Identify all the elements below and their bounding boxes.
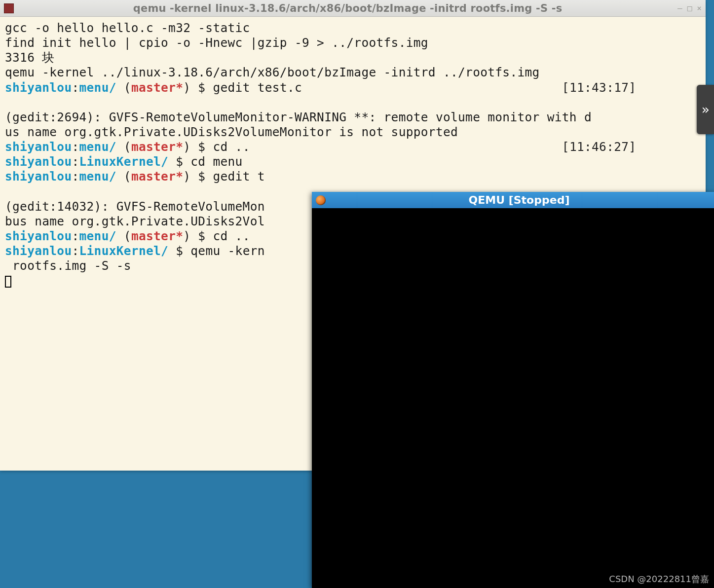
term-line: us name org.gtk.Private.UDisks2VolumeMon…	[5, 125, 458, 139]
prompt-user: shiyanlou	[5, 140, 72, 154]
watermark: CSDN @20222811曾嘉	[609, 573, 709, 585]
prompt-branch: master*	[131, 80, 183, 95]
prompt-branch: master*	[131, 140, 183, 154]
qemu-title: QEMU [Stopped]	[326, 194, 713, 206]
prompt-path: menu/	[79, 80, 116, 95]
prompt-cmd: gedit test.c	[213, 80, 302, 95]
prompt-cmd: cd menu	[190, 154, 242, 169]
term-line: (gedit:2694): GVFS-RemoteVolumeMonitor-W…	[5, 110, 592, 124]
qemu-window: QEMU [Stopped]	[312, 192, 714, 588]
term-line: gcc -o hello hello.c -m32 -static	[5, 21, 250, 35]
prompt-branch: master*	[131, 169, 183, 184]
qemu-display[interactable]	[312, 208, 714, 588]
prompt-path: menu/	[79, 169, 116, 184]
prompt-path: menu/	[79, 229, 116, 243]
side-panel-toggle[interactable]: »	[697, 85, 714, 134]
prompt-time: [11:43:17]	[562, 80, 637, 95]
prompt-branch: master*	[131, 229, 183, 243]
terminal-title: qemu -kernel linux-3.18.6/arch/x86/boot/…	[18, 2, 677, 14]
prompt-cmd: qemu -kern	[190, 244, 265, 258]
prompt-cmd: gedit t	[213, 169, 264, 184]
term-line: 3316 块	[5, 50, 55, 65]
terminal-cursor-icon	[5, 276, 11, 288]
window-controls: — □ ×	[677, 3, 702, 13]
prompt-path: menu/	[79, 140, 116, 154]
term-line: rootfs.img -S -s	[5, 258, 131, 273]
term-line: (gedit:14032): GVFS-RemoteVolumeMon	[5, 199, 265, 214]
minimize-button[interactable]: —	[677, 3, 682, 13]
prompt-time: [11:46:27]	[562, 140, 637, 154]
prompt-cmd: cd ..	[213, 229, 250, 243]
maximize-button[interactable]: □	[687, 3, 692, 13]
qemu-app-icon	[316, 195, 326, 205]
prompt-user: shiyanlou	[5, 229, 72, 243]
prompt-cmd: cd ..	[213, 140, 250, 154]
term-line: bus name org.gtk.Private.UDisks2Vol	[5, 214, 265, 228]
prompt-path: LinuxKernel/	[79, 244, 169, 258]
prompt-user: shiyanlou	[5, 80, 72, 95]
prompt-user: shiyanlou	[5, 169, 72, 184]
prompt-path: LinuxKernel/	[79, 154, 169, 169]
term-line: find init hello | cpio -o -Hnewc |gzip -…	[5, 36, 428, 50]
qemu-titlebar[interactable]: QEMU [Stopped]	[312, 192, 714, 208]
chevron-right-icon: »	[702, 102, 710, 117]
prompt-user: shiyanlou	[5, 154, 72, 169]
terminal-titlebar[interactable]: qemu -kernel linux-3.18.6/arch/x86/boot/…	[0, 0, 706, 17]
terminal-app-icon	[4, 3, 14, 13]
close-button[interactable]: ×	[697, 3, 702, 13]
term-line: qemu -kernel ../linux-3.18.6/arch/x86/bo…	[5, 65, 540, 79]
prompt-user: shiyanlou	[5, 244, 72, 258]
